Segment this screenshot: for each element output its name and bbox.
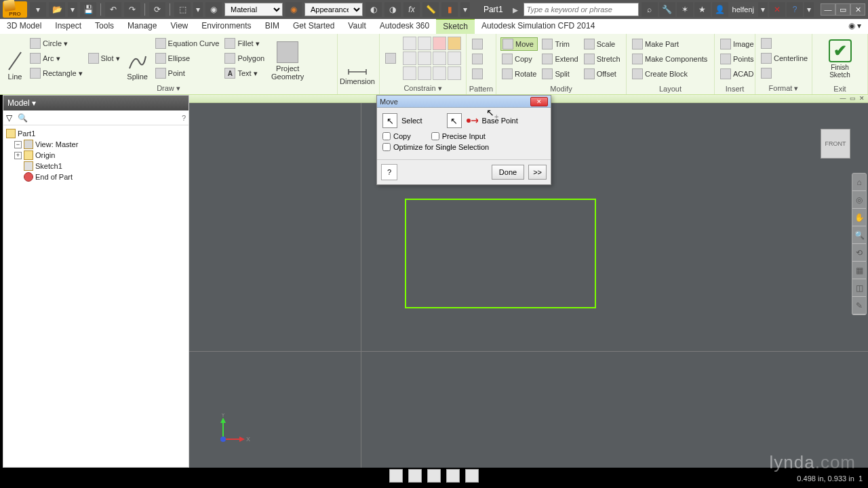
tab-autodesk-360[interactable]: Autodesk 360 [373, 19, 436, 34]
optimize-checkbox[interactable]: Optimize for Single Selection [382, 143, 545, 151]
appearance-adjust-icon[interactable]: ◑ [384, 2, 401, 17]
tab-manage[interactable]: Manage [121, 19, 163, 34]
infocenter-icon[interactable]: ⌕ [642, 2, 658, 17]
copy-button[interactable]: Copy [500, 52, 538, 66]
rotate-button[interactable]: Rotate [500, 67, 538, 81]
canvas-minimize[interactable]: — [838, 95, 848, 103]
window-close[interactable]: ✕ [850, 3, 865, 16]
copy-checkbox[interactable]: Copy [382, 132, 411, 140]
measure-icon[interactable]: 📏 [422, 2, 439, 17]
constraint-horizontal-icon[interactable] [433, 52, 446, 65]
graphics-canvas[interactable]: — ▭ ✕ Move ✕ Select Base Point Cop [189, 95, 868, 468]
sketch-rectangle[interactable] [405, 199, 596, 308]
color-icon[interactable]: ▮ [441, 2, 458, 17]
tab-3d-model[interactable]: 3D Model [0, 19, 48, 34]
panel-title-format[interactable]: Format ▾ [755, 83, 812, 94]
tab-environments[interactable]: Environments [195, 19, 258, 34]
select-dropdown[interactable]: ▾ [193, 2, 203, 17]
signin-icon[interactable]: 👤 [712, 2, 728, 17]
arc-button[interactable]: Arc ▾ [28, 52, 84, 65]
rect-pattern-button[interactable] [471, 37, 484, 51]
tree-part[interactable]: Part1 [5, 128, 187, 139]
grid-icon[interactable] [408, 469, 422, 483]
constraint-collinear-icon[interactable] [418, 37, 431, 50]
tab-vault[interactable]: Vault [341, 19, 372, 34]
window-minimize[interactable]: — [821, 3, 835, 16]
split-button[interactable]: Split [540, 67, 579, 81]
nav-orbit-icon[interactable]: ⟲ [852, 244, 866, 262]
help-dropdown[interactable]: ▾ [804, 2, 814, 17]
tab-bim[interactable]: BIM [258, 19, 286, 34]
tree-end-of-part[interactable]: End of Part [5, 171, 187, 182]
constraint-fix-icon[interactable] [448, 37, 461, 50]
constraint-parallel-icon[interactable] [403, 52, 416, 65]
circle-button[interactable]: Circle ▾ [28, 37, 84, 50]
appearance-sphere-icon[interactable]: ◉ [285, 2, 302, 17]
dialog-close-button[interactable]: ✕ [530, 97, 548, 106]
extend-button[interactable]: Extend [540, 52, 579, 66]
select-picker-button[interactable] [382, 113, 397, 128]
tab-inspect[interactable]: Inspect [48, 19, 88, 34]
scale-button[interactable]: Scale [583, 37, 622, 51]
tree-view[interactable]: −View: Master [5, 139, 187, 150]
spline-button[interactable]: Spline [124, 36, 151, 81]
fx-icon[interactable]: fx [403, 2, 420, 17]
expand-button[interactable]: >> [528, 165, 547, 180]
auto-dim-button[interactable] [384, 52, 397, 65]
tab-get-started[interactable]: Get Started [286, 19, 341, 34]
centerline-button[interactable]: Centerline [760, 52, 809, 65]
tab-sketch[interactable]: Sketch [436, 19, 475, 34]
material-sphere-icon[interactable]: ◉ [205, 2, 222, 17]
tab-simulation-cfd[interactable]: Autodesk Simulation CFD 2014 [475, 19, 601, 34]
fillet-button[interactable]: Fillet ▾ [223, 37, 266, 50]
select-icon[interactable]: ⬚ [174, 2, 191, 17]
points-button[interactable]: Points [719, 52, 755, 66]
constraint-tangent-icon[interactable] [403, 66, 416, 80]
constraint-smooth-icon[interactable] [418, 66, 431, 80]
nav-home-icon[interactable]: ⌂ [852, 174, 866, 191]
move-button[interactable]: Move [500, 37, 538, 51]
material-select[interactable]: Material [224, 3, 283, 16]
key-icon[interactable]: 🔧 [659, 2, 675, 17]
app-logo[interactable]: PRO [3, 1, 27, 18]
polygon-button[interactable]: Polygon [223, 52, 266, 65]
precise-input-checkbox[interactable]: Precise Input [431, 132, 486, 140]
dimension-button[interactable]: Dimension [342, 41, 373, 85]
done-button[interactable]: Done [492, 165, 524, 180]
dialog-titlebar[interactable]: Move ✕ [377, 96, 551, 108]
offset-button[interactable]: Offset [583, 67, 622, 81]
help-icon[interactable]: ? [787, 2, 803, 17]
model-browser-header[interactable]: Model ▾ [3, 96, 189, 110]
create-block-button[interactable]: Create Block [631, 67, 709, 81]
constraint-symmetric-icon[interactable] [433, 66, 446, 80]
tab-tools[interactable]: Tools [88, 19, 121, 34]
new-icon[interactable]: ▾ [30, 2, 46, 17]
mirror-button[interactable] [471, 67, 484, 81]
filter-icon[interactable]: ▽ [6, 113, 12, 123]
nav-lookat-icon[interactable]: ▦ [852, 262, 866, 279]
redo-icon[interactable]: ↷ [124, 2, 140, 17]
stretch-button[interactable]: Stretch [583, 52, 622, 66]
tab-appearance-toggle[interactable]: ◉ ▾ [842, 19, 868, 34]
find-icon[interactable]: 🔍 [18, 113, 28, 123]
constraint-vertical-icon[interactable] [448, 52, 461, 65]
finish-sketch-button[interactable]: ✔ Finish Sketch [824, 39, 856, 79]
qat-overflow[interactable]: ▾ [460, 2, 470, 17]
make-components-button[interactable]: Make Components [631, 52, 709, 66]
nav-pan-icon[interactable]: ✋ [852, 209, 866, 226]
open-icon[interactable]: 📂 [49, 2, 65, 17]
tree-sketch1[interactable]: Sketch1 [5, 161, 187, 171]
rectangle-button[interactable]: Rectangle ▾ [28, 66, 84, 80]
text-button[interactable]: AText ▾ [223, 66, 266, 80]
circ-pattern-button[interactable] [471, 52, 484, 66]
constraint-equal-icon[interactable] [448, 66, 461, 80]
slot-button[interactable]: Slot ▾ [87, 52, 121, 65]
username[interactable]: helfenj [732, 5, 754, 14]
tab-view[interactable]: View [163, 19, 195, 34]
construction-button[interactable] [760, 37, 809, 50]
window-maximize[interactable]: ▭ [835, 3, 850, 16]
ellipse-button[interactable]: Ellipse [154, 52, 221, 65]
point-button[interactable]: Point [154, 66, 221, 80]
equation-curve-button[interactable]: Equation Curve [154, 37, 221, 50]
nav-zoom-icon[interactable]: 🔍 [852, 226, 866, 244]
